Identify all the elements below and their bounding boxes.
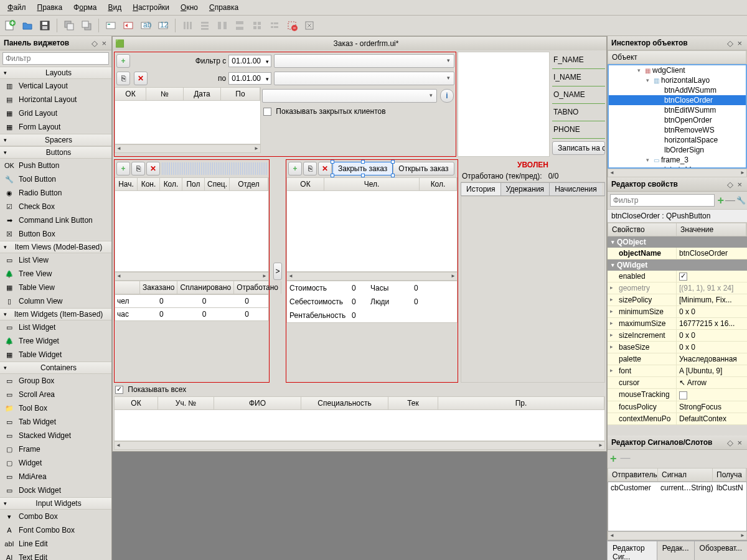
sig-sender[interactable]: cbCustomer: [611, 483, 660, 492]
prop-row[interactable]: focusPolicyStrongFocus: [608, 401, 747, 413]
people-hscroll[interactable]: [286, 272, 458, 281]
bring-front-icon[interactable]: [78, 17, 95, 34]
prop-row[interactable]: ▸maximumSize16777215 x 16...: [608, 318, 747, 330]
prop-filter-input[interactable]: [610, 194, 715, 207]
inspector-hscroll[interactable]: [608, 169, 747, 177]
prop-config-icon[interactable]: 🔧: [736, 196, 746, 205]
prop-group-header[interactable]: ▾QWidget: [608, 259, 747, 271]
new-icon[interactable]: [2, 17, 18, 34]
layout-v-icon[interactable]: [197, 17, 213, 34]
widget-item[interactable]: OKPush Button: [0, 159, 111, 172]
tab-accruals[interactable]: Начисления: [550, 183, 602, 195]
add-icon-3[interactable]: +: [288, 162, 302, 175]
client-combo[interactable]: [262, 89, 437, 103]
widget-item[interactable]: ▭Group Box: [0, 374, 111, 388]
category-header[interactable]: ▾Containers: [0, 362, 111, 374]
menu-window[interactable]: Окно: [176, 1, 203, 14]
prop-row[interactable]: enabled: [608, 271, 747, 282]
sig-signal[interactable]: current…String): [660, 483, 716, 492]
category-header[interactable]: ▾Input Widgets: [0, 497, 111, 510]
sigslot-hscroll[interactable]: [608, 531, 747, 540]
widget-item[interactable]: ▭MdiArea: [0, 470, 111, 483]
layout-vsplit-icon[interactable]: [232, 17, 248, 34]
widget-item[interactable]: ▦Table Widget: [0, 348, 111, 362]
dock-close-icon[interactable]: ×: [736, 39, 743, 47]
send-back-icon[interactable]: [61, 17, 77, 34]
edit-buddies-icon[interactable]: ab: [138, 17, 154, 34]
prop-row[interactable]: ▸baseSize0 x 0: [608, 342, 747, 353]
orders-hscroll[interactable]: [115, 144, 261, 153]
tab-history[interactable]: История: [461, 183, 501, 195]
tab-action-editor[interactable]: Редак...: [657, 541, 695, 560]
date-from-select[interactable]: 01.01.00: [228, 55, 271, 67]
widget-item[interactable]: ▭Dock Widget: [0, 483, 111, 497]
widget-item[interactable]: 📁Tool Box: [0, 401, 111, 415]
widget-item[interactable]: ▭List View: [0, 253, 111, 267]
open-order-button[interactable]: Открыть заказ: [393, 162, 454, 175]
prop-group-header[interactable]: ▾QObject: [608, 236, 747, 248]
transfer-button[interactable]: >: [273, 263, 281, 280]
prop-row[interactable]: cursor↖ Arrow: [608, 377, 747, 389]
tree-item[interactable]: ▾▥horizontalLayo: [609, 75, 746, 85]
widget-item[interactable]: ▦Form Layout: [0, 120, 111, 134]
open-icon[interactable]: [19, 17, 35, 34]
widget-item[interactable]: AFont Combo Box: [0, 523, 111, 537]
widget-item[interactable]: ▦Table View: [0, 281, 111, 294]
prop-row[interactable]: ▸minimumSize0 x 0: [608, 306, 747, 318]
widget-item[interactable]: ▭Scroll Area: [0, 388, 111, 401]
spacer-widget[interactable]: [162, 162, 268, 175]
orders-table[interactable]: [115, 101, 261, 144]
dock-float-icon[interactable]: ◇: [726, 180, 735, 189]
edit-taborder-icon[interactable]: 123: [155, 17, 171, 34]
category-header[interactable]: ▾Layouts: [0, 67, 111, 79]
layout-hsplit-icon[interactable]: [214, 17, 230, 34]
show-closed-check[interactable]: [263, 108, 271, 116]
tab-resource-browser[interactable]: Обозреват...: [694, 541, 747, 560]
show-all-check[interactable]: [115, 386, 123, 394]
menu-help[interactable]: Справка: [204, 1, 243, 14]
sig-remove-icon[interactable]: —: [621, 452, 631, 465]
people-table[interactable]: [286, 191, 458, 272]
widget-item[interactable]: ▭Stacked Widget: [0, 429, 111, 442]
prop-add-icon[interactable]: +: [717, 194, 724, 207]
widget-item[interactable]: 🔧Tool Button: [0, 172, 111, 186]
dock-close-icon[interactable]: ×: [736, 439, 743, 447]
delete-icon-2[interactable]: ✕: [146, 162, 160, 175]
copy-icon[interactable]: ⎘: [116, 72, 130, 85]
widget-item[interactable]: ▦Grid Layout: [0, 106, 111, 120]
tree-item[interactable]: btnEditWSumm: [609, 105, 746, 115]
layout-grid-icon[interactable]: [249, 17, 265, 34]
edit-signals-icon[interactable]: [120, 17, 136, 34]
menu-form[interactable]: Форма: [68, 1, 101, 14]
dock-float-icon[interactable]: ◇: [90, 39, 99, 47]
break-layout-icon[interactable]: [284, 17, 300, 34]
layout-form-icon[interactable]: [266, 17, 283, 34]
category-header[interactable]: ▾Item Views (Model-Based): [0, 241, 111, 253]
widget-item[interactable]: 🌲Tree View: [0, 267, 111, 281]
people-all-table[interactable]: [114, 410, 605, 441]
save-button[interactable]: Записать на с: [552, 141, 605, 155]
prop-row[interactable]: ▸fontA [Ubuntu, 9]: [608, 365, 747, 377]
dock-float-icon[interactable]: ◇: [726, 439, 735, 447]
dock-close-icon[interactable]: ×: [736, 180, 743, 189]
tree-item[interactable]: lbOrderSign: [609, 145, 746, 155]
tree-item[interactable]: btnCloseOrder: [609, 95, 746, 105]
menu-settings[interactable]: Настройки: [128, 1, 174, 14]
info-icon[interactable]: i: [440, 89, 454, 103]
inspector-col-object[interactable]: Объект: [608, 51, 746, 63]
sig-add-icon[interactable]: +: [610, 452, 617, 465]
sig-receiver[interactable]: lbCustN: [716, 483, 744, 492]
layout-h-icon[interactable]: [179, 17, 195, 34]
delete-icon[interactable]: ✕: [134, 72, 148, 85]
widget-item[interactable]: ▢Widget: [0, 456, 111, 470]
widget-filter-input[interactable]: [2, 52, 109, 65]
tree-item[interactable]: btnRemoveWS: [609, 125, 746, 135]
tab-deductions[interactable]: Удержания: [501, 183, 550, 195]
prop-row[interactable]: objectNamebtnCloseOrder: [608, 248, 747, 259]
widget-item[interactable]: ➡Command Link Button: [0, 213, 111, 227]
widget-item[interactable]: abILine Edit: [0, 537, 111, 551]
save-icon[interactable]: [37, 17, 53, 34]
add-icon-2[interactable]: +: [116, 162, 130, 175]
prop-row[interactable]: ▸sizePolicy[Minimum, Fix...: [608, 294, 747, 306]
menu-view[interactable]: Вид: [103, 1, 126, 14]
